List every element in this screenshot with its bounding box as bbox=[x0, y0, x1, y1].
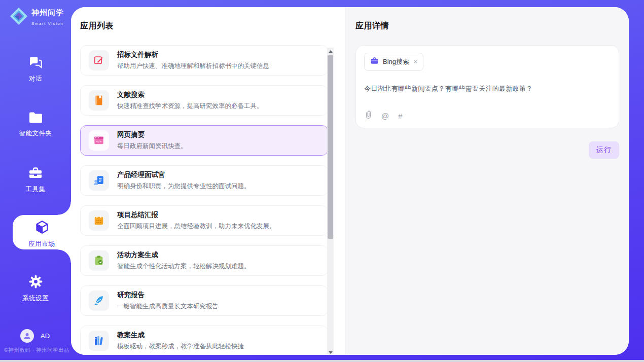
input-toolbar: @ # bbox=[365, 110, 403, 121]
tool-chip-bing-search[interactable]: Bing搜索 × bbox=[364, 53, 423, 71]
sidebar-item-settings[interactable]: 系统设置 bbox=[0, 275, 71, 303]
app-card-lesson-plan[interactable]: 教案生成 模板驱动，教案秒成，教学准备从此轻松快捷 bbox=[80, 325, 328, 355]
attachment-icon[interactable] bbox=[365, 110, 372, 121]
app-name: 教案生成 bbox=[117, 331, 244, 340]
diamond-logo-icon bbox=[9, 7, 28, 28]
app-card-web-summary[interactable]: </> 网页摘要 每日政府新闻资讯快查。 bbox=[80, 125, 328, 156]
sidebar: 神州问学 Smart Vision 对话 智能文件夹 工具 bbox=[0, 0, 71, 362]
app-description: 一键智能生成高质量长文本研究报告 bbox=[117, 302, 219, 311]
person-icon bbox=[23, 332, 31, 340]
sidebar-item-label: 对话 bbox=[0, 75, 71, 83]
app-description: 每日政府新闻资讯快查。 bbox=[117, 142, 187, 151]
app-name: 网页摘要 bbox=[117, 130, 187, 139]
books-icon bbox=[89, 331, 109, 351]
scroll-up-icon[interactable] bbox=[327, 48, 334, 55]
app-list-title: 应用列表 bbox=[80, 21, 345, 31]
mention-icon[interactable]: @ bbox=[381, 112, 389, 120]
app-name: 招标文件解析 bbox=[117, 50, 269, 59]
run-row: 运行 bbox=[355, 141, 619, 159]
scrollbar-thumb[interactable] bbox=[328, 55, 333, 239]
sidebar-item-label: 系统设置 bbox=[0, 294, 71, 303]
app-list-panel: 应用列表 招标文件解析 帮助用户快速、准确地理解和解析招标书中的关键信息 bbox=[71, 7, 345, 355]
scroll-down-icon[interactable] bbox=[327, 349, 334, 355]
prompt-card: Bing搜索 × 今日湖北有哪些新闻要点？有哪些需要关注的最新政策？ @ # bbox=[355, 45, 619, 128]
app-detail-title: 应用详情 bbox=[355, 21, 619, 31]
app-description: 模板驱动，教案秒成，教学准备从此轻松快捷 bbox=[117, 342, 244, 351]
tool-chip-label: Bing搜索 bbox=[383, 57, 409, 66]
prompt-text[interactable]: 今日湖北有哪些新闻要点？有哪些需要关注的最新政策？ bbox=[364, 84, 611, 93]
gear-icon bbox=[29, 275, 43, 288]
main-content: 应用列表 招标文件解析 帮助用户快速、准确地理解和解析招标书中的关键信息 bbox=[71, 7, 629, 355]
app-description: 快速精准查找学术资源，提高研究效率的必备工具。 bbox=[117, 102, 263, 111]
sidebar-item-smart-folder[interactable]: 智能文件夹 bbox=[0, 112, 71, 138]
window-bottom-edge bbox=[0, 360, 644, 362]
chat-icon bbox=[29, 56, 43, 69]
toolbox-icon bbox=[28, 166, 43, 180]
app-name: 文献搜索 bbox=[117, 90, 263, 99]
quill-icon bbox=[89, 291, 109, 311]
hashtag-icon[interactable]: # bbox=[398, 112, 402, 120]
brand-name: 神州问学 bbox=[31, 8, 64, 17]
folder-icon bbox=[29, 112, 43, 125]
book-icon bbox=[89, 90, 109, 111]
avatar bbox=[20, 329, 34, 343]
copyright-text: ©神州数码 · 神州问学出品 bbox=[4, 347, 69, 354]
app-description: 明确身份和职责，为您提供专业性的面试问题。 bbox=[117, 182, 251, 191]
app-card-research-report[interactable]: 研究报告 一键智能生成高质量长文本研究报告 bbox=[80, 285, 328, 316]
app-description: 帮助用户快速、准确地理解和解析招标书中的关键信息 bbox=[117, 62, 269, 70]
cube-icon bbox=[35, 220, 49, 234]
sidebar-item-chat[interactable]: 对话 bbox=[0, 56, 71, 83]
app-name: 活动方案生成 bbox=[117, 250, 251, 260]
sidebar-item-app-market[interactable]: 应用市场 bbox=[13, 215, 71, 249]
app-description: 智能生成个性化活动方案，轻松解决规划难题。 bbox=[117, 262, 251, 271]
app-detail-panel: 应用详情 Bing搜索 × 今日湖北有哪些新闻要点？有哪些需要关注的最新政策？ bbox=[345, 7, 629, 355]
run-button[interactable]: 运行 bbox=[589, 141, 619, 159]
app-card-bid-parsing[interactable]: 招标文件解析 帮助用户快速、准确地理解和解析招标书中的关键信息 bbox=[80, 45, 328, 76]
sidebar-item-label: 应用市场 bbox=[13, 240, 71, 248]
list-scrollbar[interactable] bbox=[327, 48, 334, 355]
app-description: 全面回顾项目进展，总结经验教训，助力未来优化发展。 bbox=[117, 222, 276, 231]
app-name: 项目总结汇报 bbox=[117, 210, 276, 220]
app-card-pm-interviewer[interactable]: 产品经理面试官 明确身份和职责，为您提供专业性的面试问题。 bbox=[80, 165, 328, 196]
calendar-icon bbox=[89, 210, 109, 231]
briefcase-icon bbox=[370, 57, 379, 67]
interview-doc-icon bbox=[89, 170, 109, 191]
sidebar-item-label: 智能文件夹 bbox=[0, 129, 71, 138]
app-name: 产品经理面试官 bbox=[117, 170, 251, 179]
user-label: AD bbox=[41, 332, 50, 340]
user-account[interactable]: AD bbox=[20, 329, 50, 343]
chip-close-icon[interactable]: × bbox=[414, 58, 417, 65]
sidebar-item-toolset[interactable]: 工具集 bbox=[0, 166, 71, 194]
pen-square-icon bbox=[89, 50, 109, 70]
browser-code-icon: </> bbox=[89, 130, 109, 151]
brand-subtitle: Smart Vision bbox=[31, 21, 63, 26]
app-list: 招标文件解析 帮助用户快速、准确地理解和解析招标书中的关键信息 文献搜索 快速精… bbox=[80, 45, 328, 355]
app-card-project-summary[interactable]: 项目总结汇报 全面回顾项目进展，总结经验教训，助力未来优化发展。 bbox=[80, 205, 328, 236]
clipboard-check-icon bbox=[89, 250, 109, 271]
sidebar-item-label: 工具集 bbox=[0, 185, 71, 194]
brand-logo: 神州问学 Smart Vision bbox=[9, 7, 71, 28]
app-card-event-plan[interactable]: 活动方案生成 智能生成个性化活动方案，轻松解决规划难题。 bbox=[80, 245, 328, 276]
app-card-literature-search[interactable]: 文献搜索 快速精准查找学术资源，提高研究效率的必备工具。 bbox=[80, 85, 328, 116]
app-name: 研究报告 bbox=[117, 291, 219, 300]
svg-text:</>: </> bbox=[96, 139, 102, 143]
